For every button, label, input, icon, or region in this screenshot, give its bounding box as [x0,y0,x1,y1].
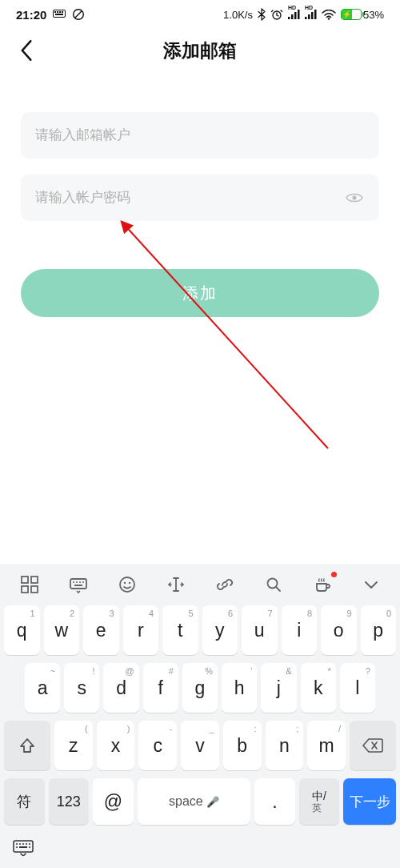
kb-backspace-key[interactable] [350,721,396,770]
svg-rect-12 [298,10,300,19]
svg-rect-1 [54,11,56,13]
kb-tool-collapse-icon[interactable] [354,567,389,602]
kb-key-y[interactable]: 6y [202,605,238,655]
kb-key-q[interactable]: 1q [4,605,40,655]
kb-language-key[interactable]: 中/英 [299,778,340,825]
password-field-wrap[interactable] [21,175,379,221]
battery-indicator: ⚡ 53% [341,9,384,21]
svg-point-25 [73,581,74,583]
svg-point-39 [26,843,27,845]
svg-rect-11 [294,12,297,19]
kb-key-v[interactable]: _v [181,721,219,770]
shift-icon [18,737,36,754]
kb-key-t[interactable]: 5t [162,605,198,655]
svg-point-26 [76,581,78,583]
kb-key-d[interactable]: @d [103,663,138,713]
kb-key-c[interactable]: -c [138,721,177,770]
kb-key-m[interactable]: /m [307,721,346,770]
kb-tool-search-icon[interactable] [256,567,291,602]
svg-rect-13 [305,17,307,19]
kb-key-p[interactable]: 0p [361,605,397,655]
kb-space-key[interactable]: space🎤 [138,778,251,825]
svg-point-30 [120,577,134,592]
svg-point-41 [16,846,18,848]
svg-rect-4 [62,11,63,13]
kb-key-i[interactable]: 8i [282,605,318,655]
svg-point-40 [29,843,30,845]
add-submit-button[interactable]: 添加 [21,269,379,317]
svg-rect-3 [59,11,61,13]
kb-key-z[interactable]: (z [54,721,93,770]
svg-line-34 [276,587,280,591]
password-input[interactable] [35,190,344,206]
kb-key-u[interactable]: 7u [242,605,278,655]
svg-point-42 [29,846,30,848]
svg-point-36 [16,843,18,845]
kb-bottom-bar [0,833,400,863]
kb-key-o[interactable]: 9o [321,605,357,655]
kb-tool-link-icon[interactable] [207,567,242,602]
status-time: 21:20 [16,8,46,22]
kb-key-b[interactable]: :b [223,721,262,770]
kb-key-w[interactable]: 2w [44,605,80,655]
kb-at-key[interactable]: @ [93,778,134,825]
svg-point-17 [328,18,330,19]
svg-rect-5 [55,14,63,15]
kb-key-l[interactable]: ?l [340,663,375,713]
kb-key-g[interactable]: %g [182,663,218,713]
kb-tool-grid-icon[interactable] [12,567,47,602]
kb-row-3: (z)x-c_v:b;n/m [4,721,396,770]
kb-key-s[interactable]: !s [64,663,99,713]
kb-key-e[interactable]: 3e [83,605,119,655]
kb-key-n[interactable]: ;n [266,721,304,770]
status-net-speed: 1.0K/s [223,9,253,21]
svg-line-7 [75,11,82,18]
kb-numeric-key[interactable]: 123 [49,778,90,825]
kb-key-x[interactable]: )x [97,721,135,770]
svg-point-28 [82,581,84,583]
svg-point-38 [22,843,24,845]
backspace-icon [362,737,383,753]
kb-row-1: 1q2w3e4r5t6y7u8i9o0p [4,605,396,655]
kb-row-4: 符 123 @ space🎤 . 中/英 下一步 [4,778,396,825]
signal-1-icon: HD [288,10,300,19]
kb-key-k[interactable]: *k [301,663,336,713]
svg-rect-22 [22,586,28,593]
kb-tool-coffee-icon[interactable] [305,567,340,602]
svg-rect-10 [291,14,294,19]
svg-point-32 [128,582,130,584]
kb-key-r[interactable]: 4r [123,605,159,655]
svg-rect-29 [74,585,82,586]
keyboard-toolbar [0,564,400,605]
kb-hide-button[interactable] [11,838,35,858]
svg-rect-24 [70,579,86,589]
account-field-wrap[interactable] [21,112,379,159]
ime-indicator-icon [53,10,66,19]
battery-percent: 53% [363,9,384,21]
kb-tool-cursor-icon[interactable] [158,567,194,602]
kb-key-a[interactable]: ~a [25,663,60,713]
bluetooth-icon [258,8,266,21]
svg-rect-20 [22,577,28,583]
kb-tool-emoji-icon[interactable] [110,567,145,602]
svg-rect-23 [31,586,38,593]
svg-point-18 [352,195,356,199]
kb-dot-key[interactable]: . [254,778,295,825]
kb-key-h[interactable]: 'h [222,663,257,713]
kb-tool-keyboard-icon[interactable] [61,567,96,602]
header: 添加邮箱 [0,29,400,72]
svg-rect-9 [288,17,290,19]
keyboard-hide-icon [13,840,34,856]
email-account-input[interactable] [35,127,365,143]
kb-shift-key[interactable] [4,721,50,770]
kb-row-2: ~a!s@d#f%g'h&j*k?l [4,663,396,713]
kb-key-j[interactable]: &j [261,663,296,713]
svg-point-37 [19,843,21,845]
kb-next-action-key[interactable]: 下一步 [343,778,396,825]
alarm-icon [270,8,283,21]
svg-rect-43 [19,846,27,848]
mic-icon: 🎤 [206,796,219,808]
kb-key-f[interactable]: #f [143,663,178,713]
toggle-password-visibility-button[interactable] [344,187,365,209]
kb-symbol-key[interactable]: 符 [4,778,45,825]
